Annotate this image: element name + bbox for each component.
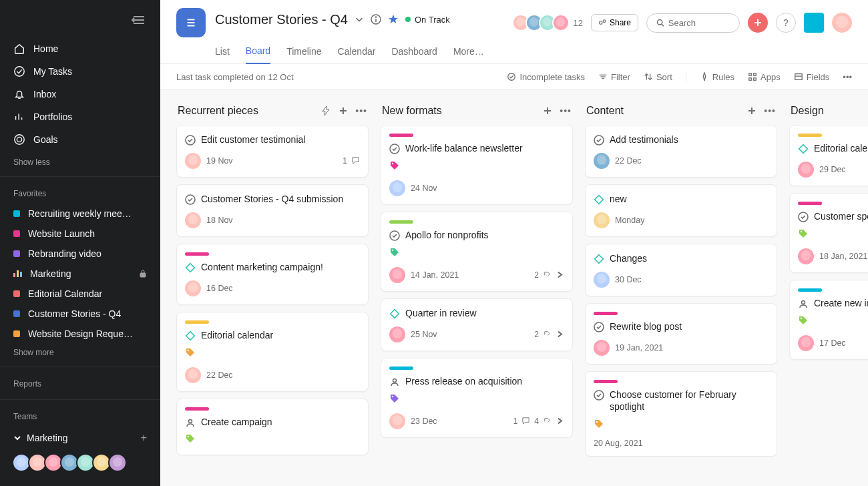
tab-calendar[interactable]: Calendar <box>338 42 376 63</box>
column-more-icon[interactable]: ••• <box>355 105 367 116</box>
assignee-avatar[interactable] <box>798 162 814 178</box>
task-card[interactable]: Create campaign <box>176 399 369 456</box>
assignee-avatar[interactable] <box>185 212 201 228</box>
task-card[interactable]: Create new in17 Dec <box>789 280 868 360</box>
complete-task-icon[interactable] <box>389 308 400 319</box>
column-title[interactable]: Design <box>791 105 824 117</box>
complete-task-icon[interactable] <box>798 212 809 222</box>
complete-task-icon[interactable] <box>798 144 809 154</box>
workspace-icon[interactable] <box>804 13 824 33</box>
rules-button[interactable]: Rules <box>700 72 734 82</box>
assignee-avatar[interactable] <box>594 212 610 228</box>
task-card[interactable]: Content marketing campaign!16 Dec <box>176 244 369 305</box>
add-team-project-icon[interactable]: + <box>141 432 147 444</box>
complete-task-icon[interactable] <box>798 298 809 309</box>
assignee-avatar[interactable] <box>389 180 405 196</box>
star-icon[interactable] <box>388 14 399 25</box>
column-title[interactable]: New formats <box>382 105 442 117</box>
help-button[interactable]: ? <box>776 13 796 33</box>
tab-board[interactable]: Board <box>246 41 270 64</box>
assignee-avatar[interactable] <box>389 413 405 429</box>
assignee-avatar[interactable] <box>185 280 201 296</box>
tab-timeline[interactable]: Timeline <box>286 42 321 63</box>
favorite-item[interactable]: Website Design Reque… <box>0 324 160 344</box>
task-card[interactable]: Add testimonials22 Dec <box>585 125 777 178</box>
assignee-avatar[interactable] <box>389 267 405 283</box>
assignee-avatar[interactable] <box>594 340 610 356</box>
task-card[interactable]: Choose customer for February spotlight20… <box>585 371 777 457</box>
assignee-avatar[interactable] <box>798 248 814 264</box>
favorite-item[interactable]: Marketing <box>0 264 160 284</box>
assignee-avatar[interactable] <box>185 153 201 169</box>
complete-task-icon[interactable] <box>594 194 604 205</box>
add-task-icon[interactable] <box>542 105 553 116</box>
sort-button[interactable]: Sort <box>644 72 672 82</box>
favorite-item[interactable]: Website Launch <box>0 224 160 244</box>
complete-task-icon[interactable] <box>185 194 196 205</box>
column-title[interactable]: Recurrent pieces <box>178 105 258 117</box>
column-title[interactable]: Content <box>586 105 624 117</box>
project-title[interactable]: Customer Stories - Q4 <box>215 12 348 27</box>
search-box[interactable] <box>646 13 740 33</box>
reports-header[interactable]: Reports <box>0 373 160 394</box>
task-card[interactable]: Rewrite blog post19 Jan, 2021 <box>585 303 777 364</box>
task-card[interactable]: Customer Stories - Q4 submission18 Nov <box>176 184 369 237</box>
assignee-avatar[interactable] <box>798 335 814 351</box>
nav-goals[interactable]: Goals <box>0 128 160 151</box>
task-card[interactable]: Edit customer testimonial19 Nov1 <box>176 125 369 178</box>
tab-more[interactable]: More… <box>453 42 484 63</box>
more-toolbar-button[interactable]: ••• <box>843 72 852 82</box>
complete-task-icon[interactable] <box>594 322 604 332</box>
add-task-icon[interactable] <box>338 105 349 116</box>
user-avatar[interactable] <box>832 13 852 33</box>
task-card[interactable]: Editorial cale29 Dec <box>789 125 868 186</box>
task-card[interactable]: Quarter in review25 Nov2 <box>381 298 573 351</box>
nav-inbox[interactable]: Inbox <box>0 83 160 105</box>
tab-dashboard[interactable]: Dashboard <box>391 42 437 63</box>
task-card[interactable]: Work-life balance newsletter24 Nov <box>381 125 573 205</box>
complete-task-icon[interactable] <box>389 377 400 387</box>
share-button[interactable]: Share <box>591 14 638 31</box>
nav-home[interactable]: Home <box>0 37 160 60</box>
member-avatars[interactable]: 12 <box>516 14 583 31</box>
favorite-item[interactable]: Rebranding video <box>0 244 160 264</box>
nav-my-tasks[interactable]: My Tasks <box>0 60 160 83</box>
task-card[interactable]: newMonday <box>585 184 777 237</box>
favorite-item[interactable]: Recruiting weekly mee… <box>0 204 160 224</box>
complete-task-icon[interactable] <box>594 135 604 146</box>
assignee-avatar[interactable] <box>185 367 201 383</box>
assignee-avatar[interactable] <box>594 153 610 169</box>
project-dropdown-icon[interactable] <box>355 15 364 24</box>
info-icon[interactable] <box>371 14 381 25</box>
complete-task-icon[interactable] <box>185 262 196 273</box>
status-pill[interactable]: On Track <box>405 15 450 25</box>
fields-button[interactable]: Fields <box>794 72 830 82</box>
complete-task-icon[interactable] <box>594 390 604 401</box>
team-marketing[interactable]: Marketing + <box>0 427 160 449</box>
complete-task-icon[interactable] <box>389 230 400 241</box>
task-card[interactable]: Customer spo18 Jan, 2021 <box>789 193 868 273</box>
add-task-icon[interactable] <box>746 105 757 116</box>
complete-task-icon[interactable] <box>185 417 196 428</box>
search-input[interactable] <box>668 18 730 28</box>
favorite-item[interactable]: Editorial Calendar <box>0 284 160 304</box>
apps-button[interactable]: Apps <box>748 72 781 82</box>
filter-button[interactable]: Filter <box>598 72 630 82</box>
column-more-icon[interactable]: ••• <box>560 105 572 116</box>
task-card[interactable]: Press release on acquisition23 Dec14 <box>381 358 573 438</box>
task-card[interactable]: Editorial calendar22 Dec <box>176 312 369 392</box>
complete-task-icon[interactable] <box>389 144 400 154</box>
task-card[interactable]: Apollo for nonprofits14 Jan, 20212 <box>381 212 573 292</box>
favorite-item[interactable]: Customer Stories - Q4 <box>0 304 160 324</box>
task-card[interactable]: Changes30 Dec <box>585 244 777 296</box>
complete-task-icon[interactable] <box>594 254 604 264</box>
incomplete-filter[interactable]: Incomplete tasks <box>507 72 585 82</box>
column-more-icon[interactable]: ••• <box>764 105 776 116</box>
nav-portfolios[interactable]: Portfolios <box>0 105 160 128</box>
complete-task-icon[interactable] <box>185 330 196 341</box>
assignee-avatar[interactable] <box>594 272 610 288</box>
collapse-sidebar-icon[interactable] <box>131 12 147 28</box>
assignee-avatar[interactable] <box>389 326 405 342</box>
create-button[interactable] <box>748 13 768 33</box>
complete-task-icon[interactable] <box>185 135 196 146</box>
